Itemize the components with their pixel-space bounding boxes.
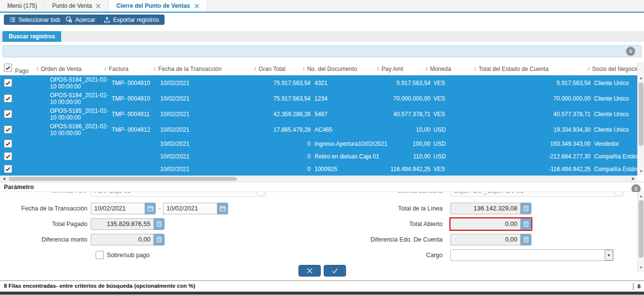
cell-moneda: VES [433, 106, 462, 122]
table-row[interactable]: OPOS-5184_2021-02-10 00:00:00TMP- 000491… [0, 75, 637, 91]
calendar-from-button[interactable] [145, 203, 156, 214]
window-tab-2[interactable]: Cierre del Punto de Ventas [109, 0, 207, 12]
search-collapse-button[interactable] [626, 47, 635, 56]
check-icon [5, 111, 11, 117]
row-checkbox[interactable] [4, 79, 12, 87]
zoom-button[interactable]: Acercar [61, 15, 100, 25]
row-checkbox[interactable] [4, 94, 12, 103]
table-row[interactable]: OPOS-5185_2021-02-10 00:00:00TMP- 000491… [0, 106, 637, 122]
cell-moneda: USD [433, 150, 462, 163]
cell-orden: OPOS-5184_2021-02-10 00:00:00 [50, 91, 112, 105]
tab-label: Cierre del Punto de Ventas [116, 2, 190, 9]
column-header-pago[interactable]: Pago [15, 68, 29, 74]
calculator-button[interactable] [154, 218, 165, 230]
table-row[interactable]: 10/02/20210Ingreso-Apertura10/02/2021100… [0, 138, 637, 150]
cargo-select[interactable] [450, 249, 614, 261]
toolbar: Seleccionar todo Acercar Exportar regist… [0, 14, 644, 26]
sobre-sub-pago-checkbox[interactable] [96, 251, 104, 259]
cuenta-bancaria-field[interactable]: Caja POS _Caja PDV 01 [450, 192, 624, 197]
sort-arrows-icon[interactable]: ▲▼ [104, 67, 107, 71]
scroll-down-arrow-icon[interactable]: ▼ [638, 169, 644, 174]
sort-arrows-icon[interactable]: ▲▼ [474, 67, 477, 71]
calendar-icon [220, 206, 226, 211]
total-pagado-input[interactable]: 135.829.876,55 [91, 218, 154, 230]
table-row[interactable]: OPOS-5186_2021-02-10 00:00:00TMP- 000491… [0, 122, 637, 138]
sort-arrows-icon[interactable]: ▲▼ [377, 67, 380, 71]
total-linea-input[interactable]: 136.142.329,08 [450, 203, 521, 214]
total-abierto-input[interactable]: 0,00 [450, 218, 521, 230]
scroll-left-arrow-icon[interactable]: ◀ [0, 176, 7, 182]
find-tab-strip: Buscar registros [0, 31, 644, 42]
row-checkbox[interactable] [4, 165, 12, 173]
table-row[interactable]: 10/02/202101000925116.494.942,25VES-116.… [0, 163, 637, 175]
sort-arrows-icon[interactable]: ▲▼ [302, 67, 305, 71]
fecha-desde-input[interactable]: 10/02/2021 [91, 203, 145, 214]
scroll-right-arrow-icon[interactable]: ▶ [630, 176, 637, 182]
check-icon [5, 65, 11, 71]
grid-hscroll-thumb[interactable] [9, 177, 237, 181]
cuenta-picker-button[interactable] [614, 192, 622, 195]
double-chevron-down-icon [628, 49, 633, 54]
diferencia-edo-input[interactable]: 0,00 [450, 234, 521, 245]
cell-moneda: VES [433, 163, 462, 175]
parameter-vertical-scrollbar: ▲ ▼ [637, 192, 644, 272]
sort-arrows-icon[interactable]: ▲▼ [254, 67, 257, 71]
field-label-diferencia-edo: Diferencia Edo. De Cuenta [320, 234, 443, 245]
tab-close-icon[interactable] [96, 3, 101, 9]
column-header[interactable]: ▲▼Orden de Venta [36, 62, 82, 75]
sort-arrows-icon[interactable]: ▲▼ [36, 67, 39, 71]
row-checkbox[interactable] [4, 125, 12, 134]
export-records-button[interactable]: Exportar registros [99, 15, 165, 25]
column-header[interactable]: ▲▼Factura [104, 62, 129, 75]
param-vscroll-thumb[interactable] [639, 200, 644, 258]
status-message: 8 Filas encontradas- entre criterios de … [4, 283, 195, 289]
window-tab-1[interactable]: Punto de Venta [45, 0, 109, 12]
fecha-hasta-input[interactable]: 10/02/2021 [163, 203, 217, 214]
select-all-checkbox[interactable] [4, 64, 12, 72]
sort-arrows-icon[interactable]: ▲▼ [425, 67, 428, 71]
calculator-icon [523, 206, 529, 211]
scroll-down-arrow-icon[interactable]: ▼ [638, 265, 644, 271]
terminal-pdv-field[interactable]: PDV Caja 01 [91, 192, 266, 197]
column-header[interactable]: ▲▼Pay Amt [377, 62, 403, 75]
sort-arrows-icon[interactable]: ▲▼ [153, 67, 156, 71]
column-header[interactable]: ▲▼Moneda [425, 62, 451, 75]
calculator-button[interactable] [154, 234, 165, 245]
row-checkbox[interactable] [4, 152, 12, 160]
cell-orden: OPOS-5185_2021-02-10 00:00:00 [50, 106, 112, 121]
calculator-button[interactable] [521, 234, 531, 245]
table-row[interactable]: 10/02/20210Retiro en divisas Caja 01110,… [0, 150, 637, 163]
cell-fecha: 10/02/2021 [160, 150, 214, 163]
cell-socio: Cliente Unico [594, 122, 637, 138]
scroll-up-arrow-icon[interactable]: ▲ [638, 75, 644, 81]
select-all-button[interactable]: Seleccionar todo [4, 15, 67, 25]
grid-header: Pago ▲▼Orden de Venta▲▼Factura▲▼Fecha de… [0, 62, 637, 75]
tab-buscar-registros[interactable]: Buscar registros [2, 31, 61, 42]
diferencia-monto-input[interactable]: 0,00 [91, 234, 154, 245]
sort-arrows-icon[interactable]: ▲▼ [587, 67, 590, 71]
cancel-button[interactable] [298, 265, 321, 277]
tab-close-icon[interactable] [194, 3, 199, 9]
row-checkbox[interactable] [4, 110, 12, 118]
cell-pay_amt: 110,00 [349, 150, 430, 163]
column-header[interactable]: ▲▼Gran Total [254, 62, 285, 75]
window-tab-0[interactable]: Menú (175) [0, 0, 45, 12]
cell-gran_total: 0 [233, 163, 311, 175]
grid-vscroll-thumb[interactable] [639, 83, 644, 146]
column-header[interactable]: ▲▼Socio del Negocio [587, 62, 637, 75]
table-row[interactable]: OPOS-5184_2021-02-10 00:00:00TMP- 000491… [0, 91, 637, 106]
calculator-button[interactable] [521, 203, 531, 214]
search-filter-input[interactable] [2, 45, 642, 57]
row-checkbox[interactable] [4, 139, 12, 148]
calendar-to-button[interactable] [217, 203, 228, 214]
column-header[interactable]: ▲▼Total del Estado de Cuenta [474, 62, 548, 75]
column-header[interactable]: ▲▼No. del Documento [302, 62, 357, 75]
confirm-button[interactable] [324, 265, 346, 277]
calculator-button[interactable] [521, 218, 531, 230]
column-header[interactable]: ▲▼Fecha de la Transacción [153, 62, 222, 75]
column-header-label: No. del Documento [307, 66, 357, 72]
terminal-picker-button[interactable] [257, 192, 264, 195]
cargo-dropdown-button[interactable]: ▼ [605, 250, 613, 261]
calculator-icon [156, 237, 162, 243]
scroll-up-arrow-icon[interactable]: ▲ [638, 193, 644, 199]
